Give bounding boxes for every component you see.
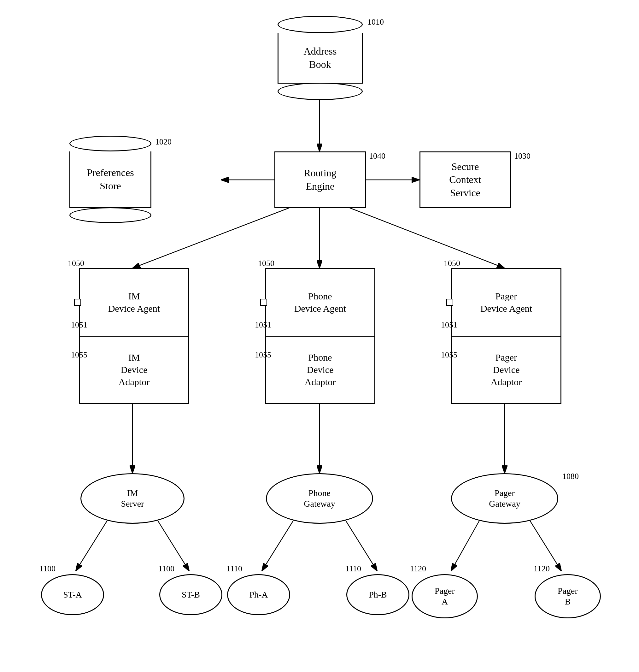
label-1050-pager: 1050	[444, 259, 460, 268]
label-1010: 1010	[368, 17, 384, 27]
phb-label: Ph-B	[369, 589, 387, 600]
secure-context: SecureContextService	[420, 151, 511, 208]
preferences-store-label: PreferencesStore	[87, 166, 134, 193]
label-1050-phone: 1050	[258, 259, 275, 268]
label-1100-sta: 1100	[40, 564, 56, 574]
im-server: IMServer	[80, 473, 185, 524]
label-1030: 1030	[514, 151, 530, 161]
svg-line-11	[76, 521, 107, 571]
phone-gateway-label: PhoneGateway	[304, 488, 335, 509]
phone-device-agent-top: PhoneDevice Agent	[266, 269, 374, 337]
pager-small-square	[446, 299, 453, 306]
label-1051-phone: 1051	[255, 320, 271, 330]
pager-gateway: PagerGateway	[451, 473, 558, 524]
im-device-adaptor: IMDeviceAdaptor	[80, 337, 188, 403]
pager-device-agent-label: PagerDevice Agent	[480, 290, 532, 315]
label-1050-im: 1050	[68, 259, 84, 268]
phone-device-adaptor: PhoneDeviceAdaptor	[266, 337, 374, 403]
label-1051-pager: 1051	[441, 320, 457, 330]
address-book: AddressBook	[278, 16, 363, 100]
phone-device-agent-box: PhoneDevice Agent PhoneDeviceAdaptor	[265, 268, 375, 404]
svg-line-15	[451, 521, 479, 571]
pager-gateway-label: PagerGateway	[489, 488, 520, 509]
label-1055-phone: 1055	[255, 350, 271, 360]
pha-ellipse: Ph-A	[227, 574, 290, 615]
address-book-body: AddressBook	[278, 33, 363, 83]
im-small-square	[74, 299, 81, 306]
label-1120-pager-b: 1120	[534, 564, 550, 574]
label-1055-pager: 1055	[441, 350, 457, 360]
address-book-label: AddressBook	[304, 45, 337, 71]
label-1100-stb: 1100	[158, 564, 174, 574]
secure-context-label: SecureContextService	[449, 160, 481, 200]
pager-device-adaptor: PagerDeviceAdaptor	[452, 337, 560, 403]
label-1040: 1040	[369, 151, 386, 161]
phb-ellipse: Ph-B	[346, 574, 409, 615]
pager-device-adaptor-label: PagerDeviceAdaptor	[491, 351, 522, 388]
pager-device-agent-top: PagerDevice Agent	[452, 269, 560, 337]
pager-b-label: PagerB	[558, 585, 578, 607]
phone-device-agent-label: PhoneDevice Agent	[294, 290, 346, 315]
phone-small-square	[260, 299, 267, 306]
pager-a-ellipse: PagerA	[411, 574, 478, 618]
phone-gateway: PhoneGateway	[266, 473, 373, 524]
routing-engine: RoutingEngine	[275, 151, 366, 208]
pager-device-agent-box: PagerDevice Agent PagerDeviceAdaptor	[451, 268, 561, 404]
label-1051-im: 1051	[71, 320, 87, 330]
label-1020: 1020	[155, 137, 172, 147]
pref-bottom-cap	[69, 207, 151, 223]
label-1055-im: 1055	[71, 350, 87, 360]
svg-line-14	[346, 521, 377, 571]
svg-line-16	[530, 521, 561, 571]
svg-line-7	[343, 205, 505, 268]
im-server-label: IMServer	[121, 488, 144, 509]
im-device-agent-box: IMDevice Agent IMDeviceAdaptor	[79, 268, 189, 404]
pha-label: Ph-A	[249, 589, 268, 600]
pref-top-cap	[69, 136, 151, 151]
label-1080-pager: 1080	[562, 472, 579, 481]
cylinder-bottom-cap	[278, 83, 363, 100]
pager-a-label: PagerA	[435, 585, 455, 607]
stb-ellipse: ST-B	[159, 574, 222, 615]
svg-line-13	[262, 521, 293, 571]
cylinder-top-cap	[278, 16, 363, 33]
phone-device-adaptor-label: PhoneDeviceAdaptor	[305, 351, 336, 388]
label-1110-pha: 1110	[227, 564, 242, 574]
sta-label: ST-A	[63, 589, 82, 600]
svg-line-12	[158, 521, 189, 571]
im-device-agent-top: IMDevice Agent	[80, 269, 188, 337]
im-device-adaptor-label: IMDeviceAdaptor	[119, 351, 150, 388]
label-1120-pager-a: 1120	[410, 564, 426, 574]
label-1110-phb: 1110	[345, 564, 361, 574]
architecture-diagram: AddressBook 1010 RoutingEngine 1040 Pref…	[0, 0, 639, 672]
im-device-agent-label: IMDevice Agent	[108, 290, 160, 315]
preferences-store-body: PreferencesStore	[69, 151, 151, 208]
stb-label: ST-B	[182, 589, 200, 600]
preferences-store: PreferencesStore	[69, 136, 151, 223]
routing-engine-label: RoutingEngine	[304, 167, 336, 193]
sta-ellipse: ST-A	[41, 574, 104, 615]
pager-b-ellipse: PagerB	[535, 574, 601, 618]
